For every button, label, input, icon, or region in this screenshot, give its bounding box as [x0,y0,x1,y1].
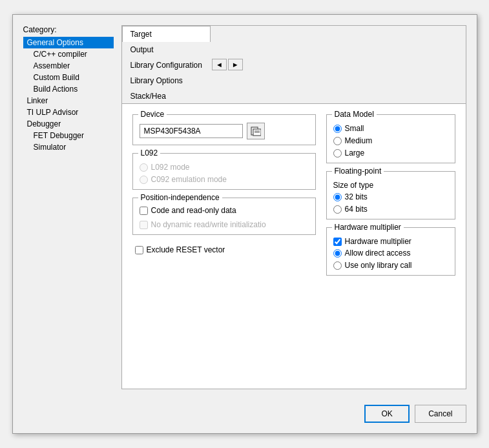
floating-point-title: Floating-point [332,167,384,176]
fp-64bits-option[interactable]: 64 bits [333,205,448,214]
dialog-footer: OK Cancel [23,400,466,423]
sidebar: Category: General OptionsC/C++ compilerA… [23,25,114,389]
tab-prev-button[interactable]: ◄ [212,59,227,70]
tab-content-target: Device [122,104,466,389]
category-label: Category: [23,25,114,34]
use-only-library-label: Use only library call [345,261,412,270]
left-column: Device [132,114,316,276]
allow-direct-radio[interactable] [333,249,342,258]
data-model-title: Data Model [332,110,377,119]
no-dynamic-checkbox[interactable] [140,221,148,229]
allow-direct-label: Allow direct access [345,249,411,258]
sidebar-item-general-options[interactable]: General Options [23,37,114,48]
tab-stack-heap[interactable]: Stack/Hea [122,88,211,104]
sidebar-list: General OptionsC/C++ compilerAssemblerCu… [23,37,114,153]
data-model-medium-label: Medium [345,136,373,145]
c092-emulation-radio[interactable] [140,176,148,184]
main-content: TargetOutputLibrary ConfigurationLibrary… [121,25,466,389]
data-model-large-option[interactable]: Large [333,148,448,158]
hardware-multiplier-group: Hardware multiplier Hardware multiplier [326,227,455,276]
l092-mode-label: L092 mode [151,163,190,172]
tab-next-button[interactable]: ► [228,59,243,70]
c092-emulation-option[interactable]: C092 emulation mode [140,175,309,184]
dialog: Category: General OptionsC/C++ compilerA… [12,14,477,434]
floating-point-group: Floating-point Size of type 32 bits 64 b… [326,171,455,219]
use-only-library-radio[interactable] [333,261,342,270]
data-model-group: Data Model Small Medium [326,114,455,163]
device-input[interactable] [140,124,243,138]
code-readonly-checkbox[interactable] [140,207,148,215]
hw-multiplier-radio-group: Allow direct access Use only library cal… [333,246,448,270]
sidebar-item-linker[interactable]: Linker [23,95,114,107]
hw-multiplier-checkbox[interactable] [333,238,342,246]
sidebar-item-assembler[interactable]: Assembler [23,60,114,72]
sidebar-item-custom-build[interactable]: Custom Build [23,72,114,83]
device-group-title: Device [138,110,167,119]
ok-button[interactable]: OK [364,405,410,423]
data-model-small-label: Small [345,124,364,133]
l092-radio-group: L092 mode C092 emulation mode [140,159,309,184]
data-model-small-option[interactable]: Small [333,124,448,133]
no-dynamic-option[interactable]: No dynamic read/write initializatio [140,220,309,229]
data-model-medium-option[interactable]: Medium [333,136,448,145]
exclude-reset-label: Exclude RESET vector [147,245,225,254]
tab-row: Device [132,114,455,276]
device-group: Device [132,114,316,145]
dialog-body: Category: General OptionsC/C++ compilerA… [23,25,466,389]
fp-32bits-radio[interactable] [333,193,342,201]
tabs-bar: TargetOutputLibrary ConfigurationLibrary… [122,26,466,104]
position-independence-title: Position-independence [138,193,222,202]
sidebar-item-ti-ulp-advisor[interactable]: TI ULP Advisor [23,107,114,118]
sidebar-item-debugger[interactable]: Debugger [23,118,114,130]
data-model-medium-radio[interactable] [333,137,342,145]
fp-32bits-option[interactable]: 32 bits [333,192,448,201]
fp-32bits-label: 32 bits [345,192,368,201]
l092-group: L092 L092 mode C092 emulation mode [132,153,316,190]
l092-group-title: L092 [138,148,161,158]
sidebar-item-build-actions[interactable]: Build Actions [23,83,114,95]
no-dynamic-label: No dynamic read/write initializatio [151,220,266,229]
tab-library-configuration[interactable]: Library Configuration [122,57,211,73]
l092-mode-radio[interactable] [140,163,148,172]
tab-output[interactable]: Output [122,41,211,57]
device-row [140,123,309,139]
size-of-type-label: Size of type [333,177,448,190]
code-readonly-label: Code and read-only data [151,206,236,215]
sidebar-item-cpp-compiler[interactable]: C/C++ compiler [23,48,114,60]
floating-point-radio-group: 32 bits 64 bits [333,190,448,214]
c092-emulation-label: C092 emulation mode [151,175,227,184]
allow-direct-option[interactable]: Allow direct access [333,249,448,258]
exclude-reset-option[interactable]: Exclude RESET vector [132,245,316,254]
tab-list: TargetOutputLibrary ConfigurationLibrary… [122,26,211,103]
hw-multiplier-label: Hardware multiplier [345,237,411,246]
cancel-button[interactable]: Cancel [415,405,466,423]
fp-64bits-radio[interactable] [333,205,342,214]
data-model-large-radio[interactable] [333,149,342,158]
tab-target[interactable]: Target [122,26,211,42]
device-browse-button[interactable] [247,123,265,139]
position-independence-group: Position-independence Code and read-only… [132,198,316,235]
use-only-library-option[interactable]: Use only library call [333,261,448,270]
code-readonly-option[interactable]: Code and read-only data [140,206,309,215]
data-model-large-label: Large [345,148,365,158]
hw-multiplier-option[interactable]: Hardware multiplier [333,237,448,246]
l092-mode-option[interactable]: L092 mode [140,163,309,172]
hw-multiplier-checkbox-row: Hardware multiplier [333,233,448,246]
data-model-small-radio[interactable] [333,125,342,133]
data-model-radio-group: Small Medium Large [333,120,448,158]
tab-library-options[interactable]: Library Options [122,72,211,88]
sidebar-item-simulator[interactable]: Simulator [23,141,114,153]
fp-64bits-label: 64 bits [345,205,368,214]
exclude-reset-checkbox[interactable] [135,246,143,254]
right-column: Data Model Small Medium [326,114,455,276]
sidebar-item-fet-debugger[interactable]: FET Debugger [23,130,114,141]
hardware-multiplier-title: Hardware multiplier [332,223,404,232]
position-independence-checkboxes: Code and read-only data No dynamic read/… [140,203,309,229]
browse-icon [251,126,261,136]
